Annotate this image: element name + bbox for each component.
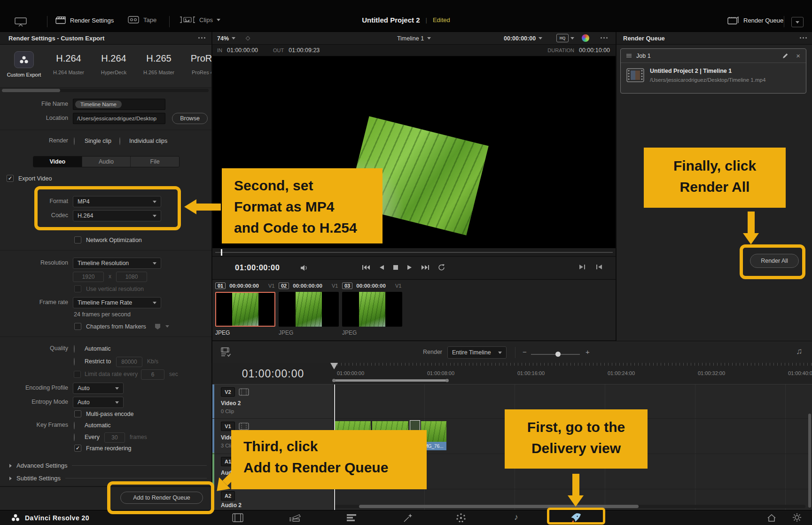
- entropy-dropdown[interactable]: Auto: [73, 397, 124, 408]
- zoom-in-icon[interactable]: +: [586, 348, 590, 356]
- play-from-in-icon[interactable]: [595, 264, 602, 270]
- render-queue-toggle-button[interactable]: Render Queue: [727, 16, 783, 25]
- layout-preset-dropdown[interactable]: [791, 17, 804, 27]
- page-color-icon[interactable]: [456, 513, 466, 523]
- timeline-ruler[interactable]: 01:00:00:00 01:00:00:00 01:00:08:00 01:0…: [212, 363, 812, 384]
- timeline-vscrollbar[interactable]: [808, 414, 811, 508]
- export-video-checkbox[interactable]: [7, 175, 14, 182]
- render-settings-button[interactable]: Render Settings: [55, 16, 114, 24]
- add-to-render-queue-button[interactable]: Add to Render Queue: [120, 492, 203, 504]
- preset-h264-master[interactable]: H.264 H.264 Master: [47, 53, 90, 75]
- proxy-quality-button[interactable]: HQ: [556, 34, 574, 42]
- frame-rate-dropdown[interactable]: Timeline Frame Rate: [73, 297, 161, 308]
- format-dropdown[interactable]: MP4: [73, 196, 161, 207]
- range-handle-in[interactable]: [332, 379, 336, 382]
- timeline-options-icon[interactable]: [221, 347, 234, 358]
- zoom-slider-knob[interactable]: [555, 352, 561, 357]
- viewer-zoom-dropdown[interactable]: 74%: [217, 32, 235, 45]
- chevron-down-icon[interactable]: [165, 325, 169, 328]
- file-name-input[interactable]: Timeline Name: [73, 99, 165, 110]
- playhead-marker[interactable]: [330, 363, 338, 369]
- page-deliver-icon[interactable]: [570, 512, 582, 524]
- job-card[interactable]: Job 1 × Untitled Project 2 | Timeline 1 …: [620, 48, 806, 94]
- seek-playhead[interactable]: [221, 249, 222, 256]
- clip-1-thumbnail[interactable]: [215, 292, 275, 327]
- page-fusion-icon[interactable]: [403, 513, 414, 523]
- loop-icon[interactable]: [437, 264, 445, 271]
- viewer-options-icon[interactable]: [600, 37, 608, 39]
- codec-dropdown[interactable]: H.264: [73, 210, 161, 221]
- panel-toggle-icon[interactable]: [14, 17, 27, 27]
- preset-custom-export[interactable]: Custom Export: [6, 51, 42, 78]
- advanced-settings-section[interactable]: Advanced Settings: [9, 462, 207, 469]
- clip-3-thumbnail[interactable]: [342, 292, 402, 327]
- queue-options-icon[interactable]: [799, 37, 807, 39]
- grade-bypass-icon[interactable]: [582, 34, 589, 42]
- limit-checkbox[interactable]: [74, 371, 81, 378]
- play-icon[interactable]: [406, 265, 413, 270]
- drag-handle-icon[interactable]: [626, 54, 632, 58]
- marker-shield-icon[interactable]: [155, 323, 161, 330]
- skip-end-icon[interactable]: [421, 265, 429, 270]
- range-handle-out[interactable]: [445, 379, 449, 382]
- preset-h265-master[interactable]: H.265 H.265 Master: [137, 53, 180, 75]
- tab-audio[interactable]: Audio: [82, 156, 131, 167]
- render-mode-dropdown[interactable]: Entire Timeline: [447, 346, 507, 359]
- stop-icon[interactable]: [393, 265, 398, 270]
- location-input[interactable]: /Users/jessicarodriguez/Desktop: [73, 113, 165, 124]
- use-vertical-checkbox[interactable]: [74, 285, 81, 292]
- play-to-out-icon[interactable]: [579, 264, 586, 270]
- browse-button[interactable]: Browse: [172, 113, 208, 124]
- height-field[interactable]: 1080: [116, 272, 147, 282]
- panel-options-icon[interactable]: [197, 37, 206, 39]
- restrict-field[interactable]: 80000: [116, 357, 142, 367]
- timeline-hscrollbar-thumb[interactable]: [359, 505, 639, 508]
- page-cut-icon[interactable]: [289, 513, 301, 522]
- clip-2-thumbnail[interactable]: [279, 292, 339, 327]
- remove-job-icon[interactable]: ×: [796, 52, 800, 59]
- timeline-zoom-slider[interactable]: [531, 354, 580, 355]
- viewer-timeline-dropdown[interactable]: Timeline 1: [212, 32, 616, 45]
- page-edit-icon[interactable]: [346, 514, 357, 522]
- fairlight-mixer-icon[interactable]: ♫: [796, 346, 803, 356]
- settings-gear-icon[interactable]: [792, 513, 802, 522]
- seek-track[interactable]: [215, 252, 613, 253]
- preset-scrollbar[interactable]: [2, 89, 209, 92]
- marker-diamond-icon[interactable]: [246, 36, 250, 41]
- tab-file[interactable]: File: [131, 156, 179, 167]
- file-name-tag[interactable]: Timeline Name: [75, 101, 122, 108]
- zoom-out-icon[interactable]: −: [523, 348, 527, 356]
- key-frames-auto-radio[interactable]: [74, 422, 75, 430]
- tab-video[interactable]: Video: [33, 156, 82, 167]
- width-field[interactable]: 1920: [73, 272, 104, 282]
- track-v1-badge[interactable]: V1: [221, 422, 235, 431]
- multipass-checkbox[interactable]: [74, 410, 81, 417]
- network-optimization-checkbox[interactable]: [74, 236, 81, 243]
- edit-job-icon[interactable]: [782, 53, 789, 59]
- timeline-range-bar[interactable]: [334, 379, 447, 382]
- page-media-icon[interactable]: [232, 513, 243, 522]
- restrict-radio[interactable]: [74, 358, 75, 366]
- preset-prores[interactable]: ProRe ProRes 42: [182, 53, 211, 75]
- page-fairlight-icon[interactable]: ♪: [514, 512, 518, 522]
- track-v2-badge[interactable]: V2: [221, 387, 235, 397]
- render-all-button[interactable]: Render All: [750, 254, 799, 268]
- resolution-dropdown[interactable]: Timeline Resolution: [73, 258, 161, 269]
- single-clip-radio[interactable]: [74, 137, 75, 145]
- quality-auto-radio[interactable]: [74, 345, 75, 353]
- viewer-timecode-dropdown[interactable]: 00:00:00:00: [504, 32, 542, 45]
- preset-hyperdeck[interactable]: H.264 HyperDeck: [92, 53, 135, 75]
- frame-reordering-checkbox[interactable]: [74, 445, 81, 452]
- preset-scrollbar-thumb[interactable]: [2, 89, 60, 92]
- limit-field[interactable]: 6: [141, 369, 164, 380]
- every-radio[interactable]: [74, 433, 75, 441]
- clips-button[interactable]: Clips: [180, 16, 220, 24]
- audio-mute-icon[interactable]: [300, 264, 309, 272]
- encoding-profile-dropdown[interactable]: Auto: [73, 383, 124, 394]
- chapters-checkbox[interactable]: [74, 323, 81, 330]
- individual-clips-radio[interactable]: [119, 137, 120, 145]
- subtitle-settings-section[interactable]: Subtitle Settings: [9, 475, 207, 482]
- tape-button[interactable]: Tape: [128, 16, 156, 24]
- play-reverse-icon[interactable]: [378, 265, 385, 270]
- skip-start-icon[interactable]: [362, 265, 370, 270]
